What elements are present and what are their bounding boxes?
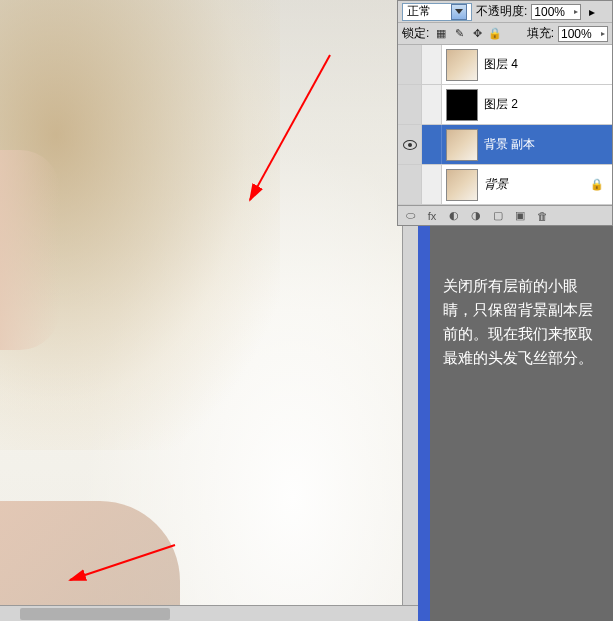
layer-name[interactable]: 图层 2	[482, 96, 612, 113]
fill-input[interactable]: 100% ▸	[558, 26, 608, 42]
lock-label: 锁定:	[402, 25, 429, 42]
visibility-toggle[interactable]	[398, 45, 422, 84]
lock-all-icon[interactable]: 🔒	[487, 26, 503, 42]
opacity-input[interactable]: 100% ▸	[531, 4, 581, 20]
horizontal-scrollbar[interactable]	[0, 605, 418, 621]
visibility-toggle[interactable]	[398, 165, 422, 204]
layer-item[interactable]: 图层 4	[398, 45, 612, 85]
link-column[interactable]	[422, 45, 442, 84]
layer-name[interactable]: 图层 4	[482, 56, 612, 73]
fill-value: 100%	[561, 27, 592, 41]
new-layer-icon[interactable]: ▣	[512, 208, 528, 224]
layer-item[interactable]: 图层 2	[398, 85, 612, 125]
layer-mask-icon[interactable]: ◐	[446, 208, 462, 224]
chevron-right-icon: ▸	[574, 7, 578, 16]
lock-pixels-icon[interactable]: ✎	[451, 26, 467, 42]
layer-thumbnail[interactable]	[446, 129, 478, 161]
panel-footer: ⬭ fx ◐ ◑ ▢ ▣ 🗑	[398, 205, 612, 225]
blend-mode-value: 正常	[407, 3, 431, 20]
layer-thumbnail[interactable]	[446, 49, 478, 81]
layer-name[interactable]: 背景	[482, 176, 590, 193]
link-column[interactable]	[422, 85, 442, 124]
visibility-toggle[interactable]	[398, 125, 422, 164]
layer-item[interactable]: 背景 副本	[398, 125, 612, 165]
layer-style-icon[interactable]: fx	[424, 208, 440, 224]
lock-icon: 🔒	[590, 178, 604, 191]
layer-item[interactable]: 背景🔒	[398, 165, 612, 205]
layer-thumbnail[interactable]	[446, 89, 478, 121]
visibility-toggle[interactable]	[398, 85, 422, 124]
dropdown-arrow-icon	[451, 4, 467, 20]
new-group-icon[interactable]: ▢	[490, 208, 506, 224]
lock-position-icon[interactable]: ✥	[469, 26, 485, 42]
layer-name[interactable]: 背景 副本	[482, 136, 612, 153]
link-column[interactable]	[422, 165, 442, 204]
layer-list: 图层 4图层 2背景 副本背景🔒	[398, 45, 612, 205]
blend-mode-select[interactable]: 正常	[402, 3, 472, 21]
delete-layer-icon[interactable]: 🗑	[534, 208, 550, 224]
opacity-label: 不透明度:	[476, 3, 527, 20]
adjustment-layer-icon[interactable]: ◑	[468, 208, 484, 224]
document-canvas[interactable]	[0, 0, 418, 621]
instruction-text: 关闭所有层前的小眼睛，只保留背景副本层前的。现在我们来抠取最难的头发飞丝部分。	[443, 274, 595, 370]
fill-label: 填充:	[527, 25, 554, 42]
layer-thumbnail[interactable]	[446, 169, 478, 201]
lock-fill-row: 锁定: ▦ ✎ ✥ 🔒 填充: 100% ▸	[398, 23, 612, 45]
canvas-image	[0, 0, 418, 621]
lock-transparent-icon[interactable]: ▦	[433, 26, 449, 42]
chevron-right-icon: ▸	[601, 29, 605, 38]
layers-panel: 正常 不透明度: 100% ▸ ▸ 锁定: ▦ ✎ ✥ 🔒 填充: 100% ▸…	[397, 0, 613, 226]
panel-menu-icon[interactable]: ▸	[585, 5, 599, 19]
lock-icons-group: ▦ ✎ ✥ 🔒	[433, 26, 503, 42]
opacity-value: 100%	[534, 5, 565, 19]
link-column[interactable]	[422, 125, 442, 164]
eye-icon	[403, 140, 417, 150]
link-layers-icon[interactable]: ⬭	[402, 208, 418, 224]
blend-opacity-row: 正常 不透明度: 100% ▸ ▸	[398, 1, 612, 23]
